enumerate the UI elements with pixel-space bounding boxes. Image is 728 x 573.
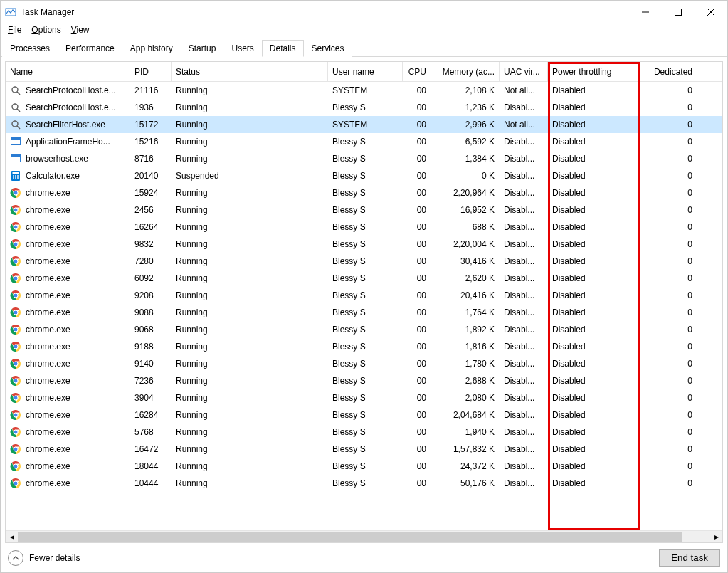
uac: Disabl... bbox=[500, 270, 548, 287]
process-name: chrome.exe bbox=[26, 236, 70, 253]
user: Blessy S bbox=[328, 424, 403, 441]
tab-startup[interactable]: Startup bbox=[181, 40, 224, 57]
table-row[interactable]: chrome.exe16284RunningBlessy S002,04,684… bbox=[6, 406, 722, 424]
table-row[interactable]: browserhost.exe8716RunningBlessy S001,38… bbox=[6, 150, 722, 167]
status: Running bbox=[172, 236, 328, 253]
col-cpu[interactable]: CPU bbox=[403, 62, 431, 82]
table-row[interactable]: Calculator.exe20140SuspendedBlessy S000 … bbox=[6, 167, 722, 184]
minimize-button[interactable] bbox=[629, 1, 662, 23]
process-name: chrome.exe bbox=[26, 458, 70, 475]
user: Blessy S bbox=[328, 321, 403, 338]
process-name: chrome.exe bbox=[26, 338, 70, 355]
cpu: 00 bbox=[403, 304, 431, 321]
table-row[interactable]: chrome.exe9832RunningBlessy S002,20,004 … bbox=[6, 236, 722, 253]
cpu: 00 bbox=[403, 338, 431, 355]
pid: 15172 bbox=[130, 116, 172, 133]
memory: 1,892 K bbox=[431, 321, 500, 338]
table-row[interactable]: chrome.exe5768RunningBlessy S001,940 KDi… bbox=[6, 424, 722, 441]
svg-point-18 bbox=[15, 175, 16, 177]
power-throttling: Disabled bbox=[548, 184, 640, 201]
col-user[interactable]: User name bbox=[328, 62, 403, 82]
table-row[interactable]: chrome.exe3904RunningBlessy S002,080 KDi… bbox=[6, 389, 722, 406]
col-name[interactable]: Name bbox=[6, 62, 130, 82]
tab-users[interactable]: Users bbox=[223, 40, 261, 57]
cpu: 00 bbox=[403, 475, 431, 492]
table-row[interactable]: chrome.exe9140RunningBlessy S001,780 KDi… bbox=[6, 355, 722, 372]
user: Blessy S bbox=[328, 475, 403, 492]
menu-file[interactable]: File bbox=[8, 25, 21, 35]
power-throttling: Disabled bbox=[548, 236, 640, 253]
svg-point-65 bbox=[14, 362, 18, 366]
col-power-throttling[interactable]: Power throttling bbox=[548, 62, 640, 82]
tab-performance[interactable]: Performance bbox=[58, 40, 122, 57]
table-row[interactable]: SearchProtocolHost.e...21116RunningSYSTE… bbox=[6, 82, 722, 99]
table-row[interactable]: chrome.exe9188RunningBlessy S001,816 KDi… bbox=[6, 338, 722, 355]
user: Blessy S bbox=[328, 201, 403, 219]
tab-services[interactable]: Services bbox=[304, 40, 352, 57]
col-pid[interactable]: PID bbox=[130, 62, 172, 82]
memory: 24,372 K bbox=[431, 458, 500, 475]
svg-rect-12 bbox=[11, 138, 21, 140]
power-throttling: Disabled bbox=[548, 253, 640, 270]
table-row[interactable]: chrome.exe15924RunningBlessy S002,20,964… bbox=[6, 184, 722, 201]
pid: 16472 bbox=[130, 441, 172, 458]
table-row[interactable]: chrome.exe9208RunningBlessy S0020,416 KD… bbox=[6, 287, 722, 304]
table-row[interactable]: chrome.exe16472RunningBlessy S001,57,832… bbox=[6, 441, 722, 458]
memory: 1,384 K bbox=[431, 150, 500, 167]
svg-point-29 bbox=[14, 209, 18, 212]
table-row[interactable]: chrome.exe18044RunningBlessy S0024,372 K… bbox=[6, 458, 722, 475]
power-throttling: Disabled bbox=[548, 150, 640, 167]
table-row[interactable]: SearchProtocolHost.e...1936RunningBlessy… bbox=[6, 99, 722, 116]
cpu: 00 bbox=[403, 253, 431, 270]
cpu: 00 bbox=[403, 458, 431, 475]
tab-details[interactable]: Details bbox=[262, 40, 304, 57]
col-dedicated[interactable]: Dedicated bbox=[640, 62, 697, 82]
uac: Disabl... bbox=[500, 99, 548, 116]
svg-point-53 bbox=[14, 311, 18, 315]
table-row[interactable]: chrome.exe2456RunningBlessy S0016,952 KD… bbox=[6, 201, 722, 219]
table-row[interactable]: chrome.exe7236RunningBlessy S002,688 KDi… bbox=[6, 372, 722, 389]
close-button[interactable] bbox=[695, 1, 727, 23]
cpu: 00 bbox=[403, 441, 431, 458]
pid: 9068 bbox=[130, 321, 172, 338]
table-row[interactable]: SearchFilterHost.exe15172RunningSYSTEM00… bbox=[6, 116, 722, 133]
status: Running bbox=[172, 321, 328, 338]
scroll-right-icon[interactable]: ▸ bbox=[710, 531, 722, 543]
table-row[interactable]: chrome.exe7280RunningBlessy S0030,416 KD… bbox=[6, 253, 722, 270]
user: Blessy S bbox=[328, 236, 403, 253]
table-row[interactable]: chrome.exe9088RunningBlessy S001,764 KDi… bbox=[6, 304, 722, 321]
cpu: 00 bbox=[403, 236, 431, 253]
table-row[interactable]: chrome.exe10444RunningBlessy S0050,176 K… bbox=[6, 475, 722, 492]
table-row[interactable]: chrome.exe16264RunningBlessy S00688 KDis… bbox=[6, 219, 722, 236]
status: Running bbox=[172, 372, 328, 389]
dedicated: 0 bbox=[640, 389, 697, 406]
tab-processes[interactable]: Processes bbox=[2, 40, 58, 57]
pid: 18044 bbox=[130, 458, 172, 475]
app-icon bbox=[10, 153, 21, 164]
status: Running bbox=[172, 475, 328, 492]
maximize-button[interactable] bbox=[662, 1, 695, 23]
table-row[interactable]: chrome.exe6092RunningBlessy S002,620 KDi… bbox=[6, 270, 722, 287]
tab-app-history[interactable]: App history bbox=[122, 40, 181, 57]
menu-view[interactable]: View bbox=[71, 25, 90, 35]
user: Blessy S bbox=[328, 133, 403, 150]
table-row[interactable]: chrome.exe9068RunningBlessy S001,892 KDi… bbox=[6, 321, 722, 338]
memory: 30,416 K bbox=[431, 253, 500, 270]
menu-options[interactable]: Options bbox=[31, 25, 60, 35]
fewer-details-button[interactable]: Fewer details bbox=[8, 550, 80, 566]
col-memory[interactable]: Memory (ac... bbox=[431, 62, 500, 82]
table-row[interactable]: ApplicationFrameHo...15216RunningBlessy … bbox=[6, 133, 722, 150]
user: Blessy S bbox=[328, 167, 403, 184]
scroll-thumb[interactable] bbox=[18, 532, 682, 542]
process-name: chrome.exe bbox=[26, 184, 70, 201]
scroll-left-icon[interactable]: ◂ bbox=[6, 531, 18, 543]
search-icon bbox=[10, 85, 21, 96]
col-status[interactable]: Status bbox=[172, 62, 328, 82]
horizontal-scrollbar[interactable]: ◂ ▸ bbox=[6, 530, 722, 542]
status: Running bbox=[172, 116, 328, 133]
col-uac[interactable]: UAC vir... bbox=[500, 62, 548, 82]
pid: 9140 bbox=[130, 355, 172, 372]
uac: Disabl... bbox=[500, 167, 548, 184]
status: Running bbox=[172, 287, 328, 304]
end-task-button[interactable]: End task bbox=[659, 549, 720, 567]
